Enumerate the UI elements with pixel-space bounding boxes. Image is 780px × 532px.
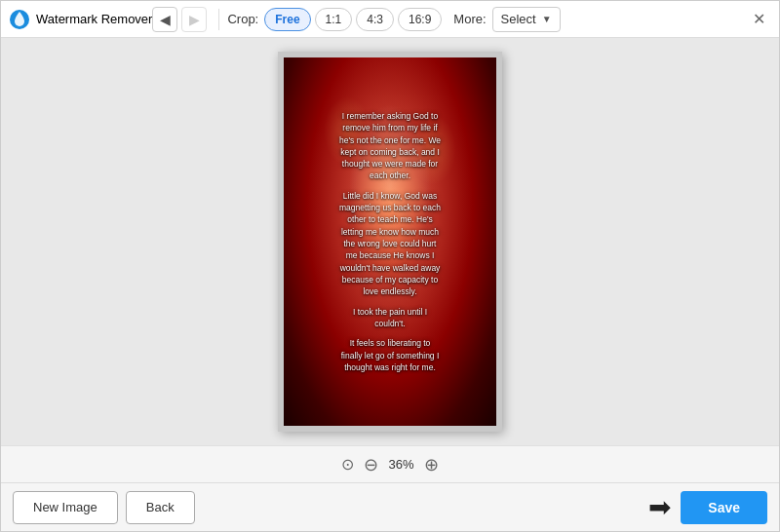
image-text: I remember asking God to remove him from… — [328, 102, 452, 381]
paragraph-4: It feels so liberating to finally let go… — [339, 337, 441, 373]
back-nav-button[interactable]: ◀ — [152, 7, 177, 32]
image-paper: I remember asking God to remove him from… — [278, 52, 502, 432]
crop-4-3-button[interactable]: 4:3 — [356, 8, 394, 31]
separator-1 — [218, 9, 219, 30]
more-label: More: — [453, 12, 486, 26]
zoom-in-icon[interactable]: ⊕ — [424, 454, 439, 475]
app-title: Watermark Remover — [36, 12, 152, 26]
paragraph-1: I remember asking God to remove him from… — [339, 110, 441, 182]
zoom-out-icon[interactable]: ⊖ — [364, 454, 378, 475]
zoom-percent: 36% — [388, 457, 413, 472]
title-bar: Watermark Remover ◀ ▶ Crop: Free 1:1 4:3… — [1, 1, 779, 38]
new-image-button[interactable]: New Image — [13, 491, 118, 524]
zoom-bar: ⊙ ⊖ 36% ⊕ — [1, 445, 779, 482]
more-select-dropdown[interactable]: Select ▼ — [492, 7, 561, 32]
app-logo-icon — [9, 9, 30, 30]
crop-16-9-button[interactable]: 16:9 — [398, 8, 442, 31]
crop-1-1-button[interactable]: 1:1 — [315, 8, 353, 31]
forward-nav-button[interactable]: ▶ — [181, 7, 207, 32]
back-button[interactable]: Back — [126, 491, 195, 524]
dropdown-arrow-icon: ▼ — [542, 14, 552, 24]
save-button[interactable]: Save — [681, 491, 767, 524]
paragraph-2: Little did I know, God was magnetting us… — [339, 190, 441, 298]
select-label: Select — [501, 12, 536, 26]
paragraph-3: I took the pain until I couldn't. — [339, 306, 441, 330]
reset-zoom-icon[interactable]: ⊙ — [341, 455, 354, 474]
image-container: I remember asking God to remove him from… — [278, 52, 502, 432]
save-arrow-area: ➡ Save — [648, 491, 767, 524]
image-content: I remember asking God to remove him from… — [284, 57, 496, 426]
action-bar: New Image Back ➡ Save — [1, 482, 779, 531]
crop-free-button[interactable]: Free — [264, 8, 310, 31]
canvas-area: I remember asking God to remove him from… — [1, 38, 779, 445]
crop-label: Crop: — [227, 12, 258, 26]
save-arrow-icon: ➡ — [648, 491, 671, 523]
close-button[interactable]: ✕ — [746, 7, 771, 32]
